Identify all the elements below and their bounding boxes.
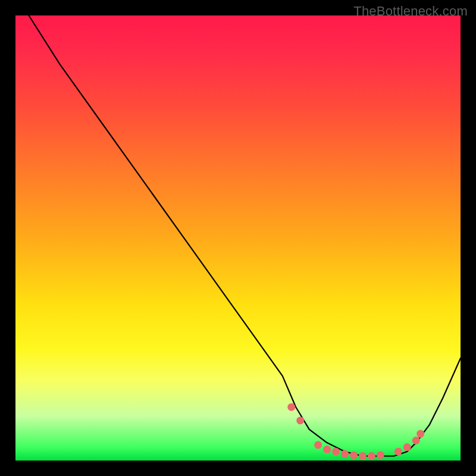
marker-dot bbox=[416, 430, 424, 438]
marker-dot bbox=[350, 452, 358, 459]
plot-gradient-background bbox=[15, 15, 461, 461]
chart-svg bbox=[15, 15, 461, 461]
marker-dot bbox=[341, 450, 349, 458]
watermark-label: TheBottleneck.com bbox=[353, 4, 468, 19]
marker-dot bbox=[377, 452, 384, 459]
marker-dot bbox=[287, 403, 295, 411]
marker-dot bbox=[403, 443, 411, 451]
marker-group bbox=[287, 403, 424, 460]
marker-dot bbox=[332, 448, 340, 456]
marker-dot bbox=[412, 437, 420, 444]
bottleneck-curve-path bbox=[29, 15, 461, 456]
marker-dot bbox=[368, 452, 375, 460]
marker-dot bbox=[314, 441, 322, 449]
marker-dot bbox=[323, 446, 331, 453]
marker-dot bbox=[359, 452, 367, 460]
marker-dot bbox=[296, 416, 304, 424]
marker-dot bbox=[394, 448, 402, 456]
